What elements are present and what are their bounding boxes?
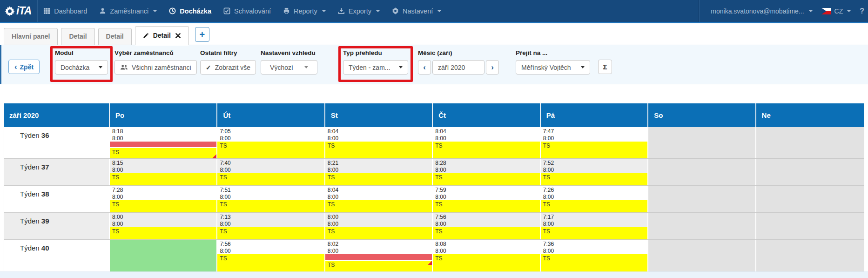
sum-button[interactable]: Σ: [598, 60, 612, 74]
day-cell[interactable]: [756, 213, 864, 239]
shift-code: TS: [543, 142, 550, 149]
day-cell[interactable]: 7:568:00TS: [433, 213, 540, 239]
show-all-button[interactable]: ✓ Zobrazit vše: [200, 60, 256, 75]
day-cell[interactable]: 7:058:00TS: [217, 127, 325, 158]
goto-employee-select[interactable]: Měřínský Vojtěch: [516, 60, 590, 75]
day-cell[interactable]: 8:008:00TS: [110, 213, 217, 239]
day-cell[interactable]: 7:528:00TS: [541, 159, 648, 185]
time-values: 7:518:00: [217, 186, 324, 200]
day-cell[interactable]: 8:048:00TS: [325, 186, 433, 212]
day-cell[interactable]: [648, 240, 756, 271]
worked-time: 7:05: [220, 128, 324, 135]
people-icon: [120, 64, 128, 70]
day-cell[interactable]: [648, 186, 756, 212]
day-cell[interactable]: 7:598:00TS: [433, 186, 540, 212]
month-input[interactable]: [432, 60, 484, 75]
help-button[interactable]: ?: [857, 7, 864, 15]
day-cell[interactable]: 8:158:00TS: [110, 159, 217, 185]
day-cell[interactable]: 7:178:00TS: [541, 213, 648, 239]
day-cell[interactable]: 7:138:00TS: [217, 213, 325, 239]
shift-code: TS: [112, 201, 119, 208]
column-header: Ne: [756, 103, 864, 127]
back-button[interactable]: ‹ Zpět: [8, 60, 40, 74]
norm-time: 8:00: [543, 221, 647, 228]
table-row: Týden 407:568:00TS8:028:00TS8:088:00TS7:…: [4, 239, 864, 271]
worked-time: 7:26: [543, 187, 647, 194]
shift-bar: TS: [110, 200, 216, 212]
add-tab-button[interactable]: +: [195, 27, 209, 42]
nav-item-zamestnanci[interactable]: Zaměstnanci: [93, 0, 163, 22]
navbar-divider: [699, 0, 699, 22]
back-label: Zpět: [20, 63, 34, 71]
day-cell[interactable]: 8:048:00TS: [433, 127, 540, 158]
modul-value: Docházka: [61, 64, 89, 71]
pencil-icon: [143, 33, 149, 39]
day-cell[interactable]: 8:218:00TS: [325, 159, 433, 185]
day-cell[interactable]: 7:408:00TS: [217, 159, 325, 185]
time-values: 8:158:00: [110, 159, 216, 173]
day-cell[interactable]: [648, 213, 756, 239]
day-cell[interactable]: [756, 159, 864, 185]
chevron-down-icon: [153, 10, 157, 12]
view-type-select[interactable]: Týden - zam...: [343, 60, 408, 75]
norm-time: 8:00: [543, 167, 647, 174]
day-cell[interactable]: 8:088:00TS: [433, 240, 540, 271]
day-cell[interactable]: 8:028:00TS: [325, 240, 433, 271]
shift-bar: TS: [433, 227, 539, 239]
column-header: září 2020: [4, 103, 110, 127]
norm-time: 8:00: [220, 221, 324, 228]
nav-item-reporty[interactable]: Reporty: [277, 0, 332, 22]
day-cell[interactable]: [110, 240, 217, 271]
clock-icon: [169, 7, 176, 14]
worked-time: 7:56: [435, 214, 539, 221]
day-cell[interactable]: [756, 240, 864, 271]
user-menu[interactable]: monika.svatonova@mobatime...: [703, 7, 815, 15]
day-cell[interactable]: 7:368:00TS: [541, 240, 648, 271]
shift-code: TS: [543, 228, 550, 235]
language-selector[interactable]: CZ: [820, 7, 853, 15]
shift-code: TS: [220, 228, 227, 235]
shift-bar: TS: [325, 261, 432, 271]
nav-item-exporty[interactable]: Exporty: [332, 0, 386, 22]
day-cell[interactable]: 7:568:00TS: [217, 240, 325, 271]
norm-time: 8:00: [543, 135, 647, 142]
day-cell[interactable]: [648, 127, 756, 158]
day-cell[interactable]: [756, 127, 864, 158]
all-employees-button[interactable]: Všichni zaměstnanci: [114, 60, 197, 75]
view-type-value: Týden - zam...: [349, 64, 390, 71]
next-month-button[interactable]: ›: [486, 60, 499, 75]
day-cell[interactable]: 8:288:00TS: [433, 159, 540, 185]
chevron-down-icon: [581, 66, 585, 68]
day-cell[interactable]: 8:188:00TS: [110, 127, 217, 158]
nav-item-dochazka[interactable]: Docházka: [163, 0, 217, 22]
shift-code: TS: [435, 201, 442, 208]
shift-code: TS: [543, 255, 550, 262]
tab-detail-2[interactable]: Detail: [98, 28, 132, 45]
time-values: 8:188:00: [110, 127, 216, 142]
shift-bar: TS: [541, 142, 647, 158]
day-cell[interactable]: 7:288:00TS: [110, 186, 217, 212]
day-cell[interactable]: 8:048:00TS: [325, 127, 433, 158]
nav-item-nastaveni[interactable]: Nastavení: [386, 0, 447, 22]
appearance-select[interactable]: Výchozí: [261, 60, 317, 75]
nav-item-dashboard[interactable]: Dashboard: [37, 0, 93, 22]
day-cell[interactable]: [756, 186, 864, 212]
user-icon: [99, 7, 106, 14]
tab-hlavni-panel[interactable]: Hlavní panel: [4, 28, 58, 45]
day-cell[interactable]: 7:518:00TS: [217, 186, 325, 212]
close-icon[interactable]: [175, 33, 181, 39]
nav-label: Zaměstnanci: [110, 7, 148, 15]
tab-detail-active[interactable]: Detail: [135, 26, 189, 45]
nav-item-schvalovani[interactable]: Schvalování: [217, 0, 277, 22]
shift-bar: TS: [541, 173, 647, 185]
tab-detail-1[interactable]: Detail: [61, 28, 94, 45]
modul-select[interactable]: Docházka: [55, 60, 108, 75]
grid-icon: [43, 7, 50, 14]
shift-code: TS: [328, 228, 335, 235]
day-cell[interactable]: 7:268:00TS: [541, 186, 648, 212]
shift-bar: TS: [433, 142, 539, 158]
day-cell[interactable]: 8:008:00TS: [325, 213, 433, 239]
day-cell[interactable]: [648, 159, 756, 185]
day-cell[interactable]: 7:478:00TS: [541, 127, 648, 158]
previous-month-button[interactable]: ‹: [418, 60, 431, 75]
